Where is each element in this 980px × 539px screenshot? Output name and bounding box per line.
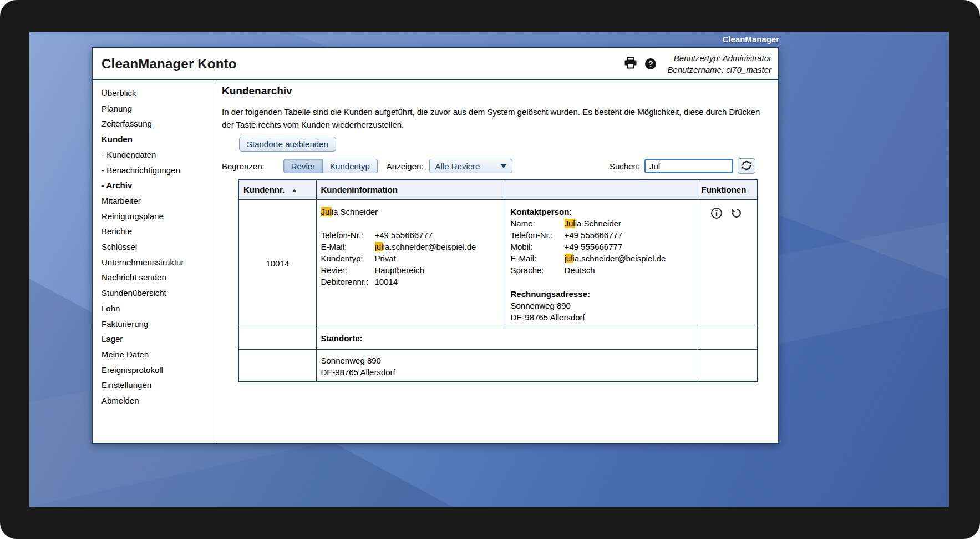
column-header-kundennr[interactable]: Kundennr.▲ (238, 180, 316, 199)
sidebar-item-benachrichtigungen[interactable]: - Benachrichtigungen (101, 163, 217, 178)
search-highlight: jul (375, 242, 383, 251)
contact-field-email: E-Mail: julia.schneider@beispiel.de (511, 253, 691, 264)
field-value: +49 555666777 (565, 241, 623, 253)
sidebar-item-unternehmensstruktur[interactable]: Unternehmensstruktur (101, 255, 217, 270)
field-label: E-Mail: (321, 241, 375, 253)
function-icons (710, 207, 743, 221)
revier-select[interactable]: Alle Reviere (429, 159, 512, 173)
filter-toolbar: Begrenzen: Revier Kundentyp Anzeigen: Al… (222, 158, 755, 174)
search-input-value: Jul (649, 162, 660, 171)
toggle-sites-button[interactable]: Standorte ausblenden (239, 137, 336, 152)
field-value: julia.schneider@beispiel.de (565, 253, 666, 264)
sites-address-cell: Sonnenweg 890 DE-98765 Allersdorf (316, 349, 697, 382)
filter-kundentyp-button[interactable]: Kundentyp (323, 159, 378, 173)
sites-heading: Standorte: (317, 334, 697, 343)
sites-heading-cell: Standorte: (316, 328, 697, 349)
search-input[interactable]: Jul (644, 159, 733, 173)
info-field-kundentyp: Kundentyp: Privat (321, 253, 500, 264)
sidebar-item-planung[interactable]: Planung (101, 101, 217, 117)
sidebar-item-kundendaten[interactable]: - Kundendaten (101, 147, 217, 163)
empty-cell (697, 328, 758, 349)
empty-cell (697, 349, 758, 382)
sidebar-item-einstellungen[interactable]: Einstellungen (101, 377, 217, 393)
customer-name: Julia Schneider (321, 206, 500, 218)
sidebar-item-ereignisprotokoll[interactable]: Ereignisprotokoll (101, 362, 217, 378)
field-label: Debitorennr.: (321, 276, 375, 288)
field-label: Telefon-Nr.: (321, 229, 375, 241)
field-label: Mobil: (511, 241, 565, 253)
contact-field-telefon: Telefon-Nr.: +49 555666777 (511, 229, 691, 241)
desktop-background: CleanManager CleanManager Konto (29, 32, 949, 507)
sites-header-row: Standorte: (238, 328, 758, 349)
user-name-text: Benutzername: cl70_master (667, 64, 771, 75)
customer-archive-table: Kundennr.▲ Kundeninformation Funktionen … (238, 179, 758, 382)
info-field-debitorennr: Debitorennr.: 10014 (321, 276, 500, 288)
window-body: Überblick Planung Zeiterfassung Kunden -… (93, 80, 778, 442)
column-header-funktionen: Funktionen (697, 180, 758, 199)
sidebar-item-ueberblick[interactable]: Überblick (101, 85, 217, 101)
refresh-button[interactable] (738, 158, 755, 174)
app-window: CleanManager Konto ? (92, 47, 779, 444)
sidebar-item-stundenuebersicht[interactable]: Stundenübersicht (101, 285, 217, 301)
sidebar-item-fakturierung[interactable]: Fakturierung (101, 316, 217, 332)
print-button[interactable] (623, 56, 638, 72)
sidebar-item-meine-daten[interactable]: Meine Daten (101, 347, 217, 362)
contact-field-sprache: Sprache: Deutsch (511, 264, 691, 276)
field-value: julia.schneider@beispiel.de (375, 241, 476, 253)
customer-info-cell: Julia Schneider Telefon-Nr.: +49 5556667… (316, 199, 505, 328)
contact-cell: Kontaktperson: Name: Julia Schneider Tel… (505, 199, 697, 328)
restore-button[interactable] (730, 207, 743, 221)
info-field-telefon: Telefon-Nr.: +49 555666777 (321, 229, 500, 241)
brand-text: CleanManager (92, 34, 779, 44)
sidebar-item-lohn[interactable]: Lohn (101, 301, 217, 316)
customer-number-cell: 10014 (238, 199, 316, 328)
user-type-text: Benutzertyp: Administrator (667, 52, 771, 64)
empty-cell (238, 328, 316, 349)
sort-ascending-icon: ▲ (291, 187, 297, 193)
window-header: CleanManager Konto ? (93, 48, 778, 80)
field-value: +49 555666777 (565, 229, 623, 241)
sidebar-item-zeiterfassung[interactable]: Zeiterfassung (101, 116, 217, 132)
sidebar-item-mitarbeiter[interactable]: Mitarbeiter (101, 193, 217, 209)
contact-field-name: Name: Julia Schneider (511, 218, 691, 229)
help-icon: ? (645, 58, 656, 69)
column-header-kundeninformation: Kundeninformation (316, 180, 505, 199)
field-value: Hauptbereich (375, 264, 424, 276)
page-heading: Kundenarchiv (222, 85, 778, 97)
info-icon (710, 207, 723, 221)
sidebar-item-kunden[interactable]: Kunden (101, 132, 217, 147)
chevron-down-icon (501, 164, 506, 168)
column-header-contact (505, 180, 697, 199)
info-button[interactable] (710, 207, 723, 221)
info-field-revier: Revier: Hauptbereich (321, 264, 500, 276)
site-address: Sonnenweg 890 DE-98765 Allersdorf (317, 355, 697, 378)
page-title: CleanManager Konto (101, 56, 237, 72)
sidebar-item-reinigungsplaene[interactable]: Reinigungspläne (101, 209, 217, 224)
sidebar: Überblick Planung Zeiterfassung Kunden -… (93, 80, 217, 442)
billing-heading: Rechnungsadresse: (511, 288, 691, 300)
help-button[interactable]: ? (644, 57, 657, 70)
sidebar-item-lager[interactable]: Lager (101, 331, 217, 347)
device-frame: CleanManager CleanManager Konto (0, 0, 980, 539)
contact-field-mobil: Mobil: +49 555666777 (511, 241, 691, 253)
header-actions: ? Benutzertyp: Administrator Benutzernam… (623, 52, 771, 75)
contact-heading: Kontaktperson: (511, 206, 691, 218)
field-value: +49 555666777 (375, 229, 433, 241)
info-field-email: E-Mail: julia.schneider@beispiel.de (321, 241, 500, 253)
filter-revier-button[interactable]: Revier (283, 159, 323, 173)
limit-label: Begrenzen: (222, 162, 265, 171)
restore-icon (730, 207, 743, 221)
site-address-line: DE-98765 Allersdorf (321, 366, 697, 378)
search-highlight: Jul (321, 207, 332, 216)
printer-icon (624, 57, 637, 70)
field-label: Revier: (321, 264, 375, 276)
sidebar-item-schluessel[interactable]: Schlüssel (101, 239, 217, 255)
sidebar-item-archiv[interactable]: - Archiv (101, 178, 217, 193)
field-value: Julia Schneider (565, 218, 622, 229)
sidebar-item-abmelden[interactable]: Abmelden (101, 393, 217, 409)
sidebar-item-nachricht-senden[interactable]: Nachricht senden (101, 270, 217, 285)
search-label: Suchen: (610, 162, 640, 171)
field-label: Sprache: (511, 264, 565, 276)
site-address-line: Sonnenweg 890 (321, 355, 697, 366)
sidebar-item-berichte[interactable]: Berichte (101, 224, 217, 239)
